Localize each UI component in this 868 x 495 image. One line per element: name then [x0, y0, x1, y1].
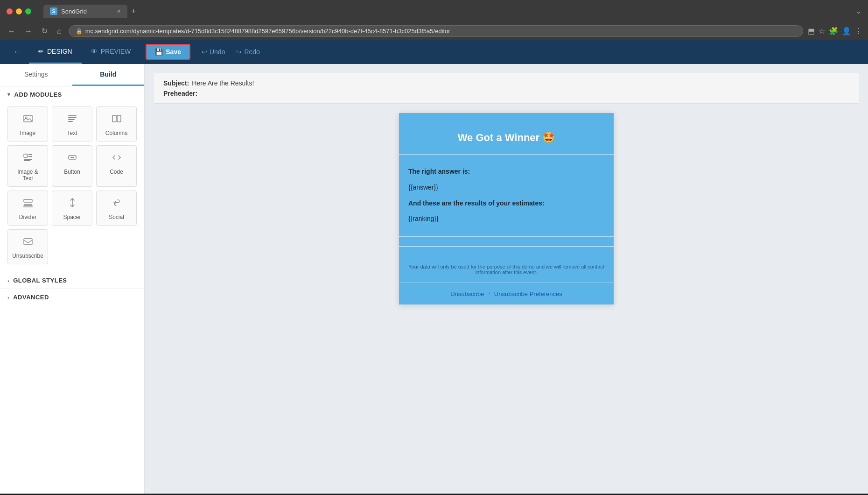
module-image-text[interactable]: Image & Text — [7, 145, 48, 187]
nav-back-button[interactable]: ← — [9, 43, 25, 61]
email-unsubscribe: Unsubscribe · Unsubscribe Preferences — [399, 283, 614, 304]
profile-button[interactable]: 👤 — [842, 27, 851, 35]
minimize-button[interactable] — [16, 8, 22, 14]
tab-title: SendGrid — [61, 8, 87, 15]
email-canvas: We Got a Winner 🤩 The right answer is: {… — [399, 113, 614, 304]
browser-tab-sendgrid[interactable]: S SendGrid ✕ — [43, 5, 127, 18]
module-spacer[interactable]: Spacer — [52, 191, 92, 226]
browser-titlebar: S SendGrid ✕ + ⌄ — [0, 0, 868, 22]
save-icon: 💾 — [155, 48, 163, 56]
add-modules-chevron: ▾ — [7, 92, 11, 98]
preheader-label: Preheader: — [163, 90, 197, 97]
preview-tab-label: PREVIEW — [101, 48, 131, 55]
tab-design[interactable]: ✏ DESIGN — [29, 40, 82, 64]
email-divider-block-1[interactable] — [399, 236, 614, 246]
preheader-row: Preheader: — [163, 88, 849, 99]
email-header[interactable]: We Got a Winner 🤩 — [399, 121, 614, 155]
columns-module-icon — [112, 113, 122, 126]
advanced-section-header[interactable]: › ADVANCED — [0, 289, 144, 305]
code-module-icon — [112, 152, 122, 165]
email-meta: Subject: Here Are the Results! Preheader… — [154, 73, 859, 104]
image-text-module-label: Image & Text — [12, 169, 44, 182]
sidebar-tab-settings[interactable]: Settings — [0, 64, 72, 86]
preview-icon: 👁 — [91, 48, 98, 55]
footer-text-content: Your data will only be used for the purp… — [408, 264, 604, 275]
email-header-title: We Got a Winner 🤩 — [408, 132, 604, 144]
svg-rect-11 — [24, 159, 32, 160]
redo-icon: ↪ — [236, 48, 242, 56]
svg-rect-10 — [28, 156, 32, 157]
save-button[interactable]: 💾 Save — [146, 44, 190, 60]
image-module-icon — [23, 113, 33, 126]
module-columns[interactable]: Columns — [96, 106, 137, 141]
svg-rect-6 — [112, 115, 116, 122]
bookmark-button[interactable]: ☆ — [819, 27, 825, 35]
body-line2: {{answer}} — [408, 182, 604, 193]
subject-value: Here Are the Results! — [192, 79, 254, 87]
code-module-label: Code — [110, 169, 123, 175]
svg-rect-12 — [24, 160, 30, 161]
redo-button[interactable]: ↪ Redo — [231, 44, 265, 59]
address-bar[interactable]: 🔒 mc.sendgrid.com/dynamic-templates/d-71… — [69, 25, 803, 37]
module-divider[interactable]: Divider — [7, 191, 48, 226]
unsubscribe-module-label: Unsubscribe — [12, 253, 43, 259]
module-code[interactable]: Code — [96, 145, 137, 187]
reload-button[interactable]: ↻ — [39, 26, 50, 36]
text-module-icon — [67, 113, 77, 126]
home-button[interactable]: ⌂ — [55, 26, 64, 36]
svg-rect-4 — [68, 119, 75, 120]
global-styles-section-header[interactable]: › GLOBAL STYLES — [0, 272, 144, 289]
advanced-label: ADVANCED — [13, 294, 49, 301]
redo-label: Redo — [244, 48, 259, 56]
add-modules-section-header[interactable]: ▾ ADD MODULES — [0, 86, 144, 103]
global-styles-chevron: › — [7, 278, 9, 283]
new-tab-button[interactable]: + — [131, 7, 136, 16]
spacer-module-icon — [67, 198, 77, 210]
sidebar-tab-build[interactable]: Build — [72, 64, 145, 86]
browser-addressbar: ← → ↻ ⌂ 🔒 mc.sendgrid.com/dynamic-templa… — [0, 22, 868, 40]
tab-bar: S SendGrid ✕ + — [43, 5, 851, 18]
advanced-chevron: › — [7, 295, 9, 300]
image-module-label: Image — [20, 130, 35, 136]
address-text: mc.sendgrid.com/dynamic-templates/d-715d… — [85, 28, 450, 35]
add-modules-label: ADD MODULES — [14, 91, 62, 98]
tab-preview[interactable]: 👁 PREVIEW — [82, 40, 140, 64]
menu-button[interactable]: ⋮ — [855, 27, 862, 35]
module-unsubscribe[interactable]: Unsubscribe — [7, 229, 48, 264]
canvas-area: Subject: Here Are the Results! Preheader… — [145, 64, 868, 494]
unsubscribe-separator: · — [488, 290, 490, 297]
module-social[interactable]: Social — [96, 191, 137, 226]
svg-rect-2 — [68, 115, 77, 116]
browser-actions: ⬒ ☆ 🧩 👤 ⋮ — [808, 27, 862, 35]
columns-module-label: Columns — [105, 130, 127, 136]
svg-rect-5 — [68, 121, 73, 122]
close-button[interactable] — [7, 8, 13, 14]
module-button[interactable]: Button — [52, 145, 92, 187]
email-footer-text[interactable]: Your data will only be used for the purp… — [399, 256, 614, 283]
module-text[interactable]: Text — [52, 106, 92, 141]
back-nav-button[interactable]: ← — [6, 26, 18, 36]
app-container: ← ✏ DESIGN 👁 PREVIEW 💾 Save ↩ Undo ↪ Red… — [0, 40, 868, 494]
cast-button[interactable]: ⬒ — [808, 27, 815, 35]
save-label: Save — [166, 48, 181, 56]
forward-nav-button[interactable]: → — [22, 26, 35, 36]
svg-rect-18 — [24, 239, 32, 245]
unsubscribe-module-icon — [23, 236, 33, 249]
main-content: Settings Build ▾ ADD MODULES — [0, 64, 868, 494]
svg-rect-7 — [117, 115, 121, 122]
maximize-button[interactable] — [25, 8, 31, 14]
social-module-icon — [112, 198, 122, 210]
email-body[interactable]: The right answer is: {{answer}} And thes… — [399, 155, 614, 236]
divider-module-icon — [23, 198, 33, 210]
extensions-button[interactable]: 🧩 — [829, 27, 838, 35]
global-styles-label: GLOBAL STYLES — [13, 277, 67, 284]
body-line4: {{ranking}} — [408, 213, 604, 225]
module-image[interactable]: Image — [7, 106, 48, 141]
unsubscribe-link[interactable]: Unsubscribe — [450, 290, 484, 297]
email-divider-block-2[interactable] — [399, 246, 614, 256]
tab-close-button[interactable]: ✕ — [117, 8, 121, 14]
unsubscribe-preferences-link[interactable]: Unsubscribe Preferences — [494, 290, 562, 297]
design-tab-label: DESIGN — [47, 48, 72, 55]
subject-label: Subject: — [163, 79, 189, 87]
undo-button[interactable]: ↩ Undo — [196, 44, 231, 59]
